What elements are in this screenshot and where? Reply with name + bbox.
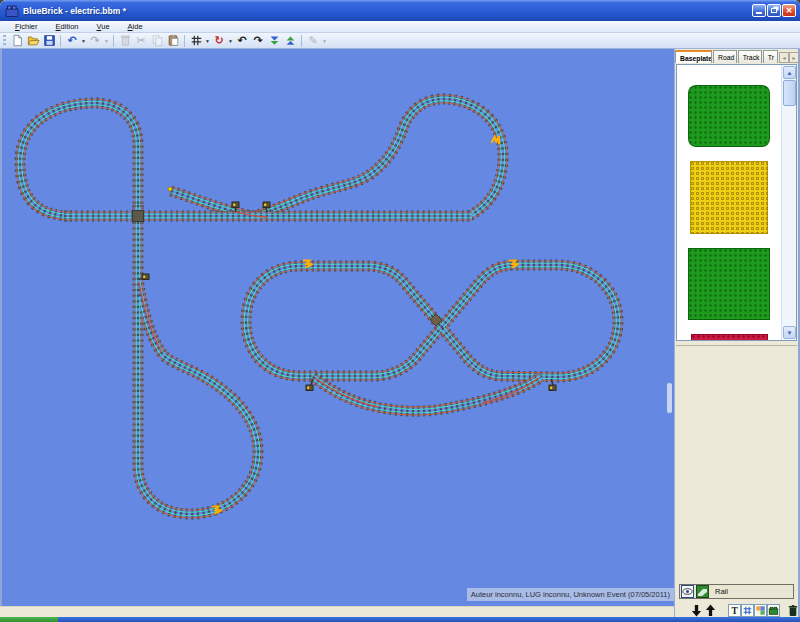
track-crossing-0[interactable] — [133, 211, 144, 222]
part-baseplate-green[interactable] — [688, 248, 770, 320]
toolbar-separator — [60, 35, 61, 47]
toolbar-separator — [301, 35, 302, 47]
paste-button[interactable] — [165, 33, 181, 48]
menu-item-edition[interactable]: Edition — [47, 21, 88, 33]
minimize-icon — [756, 12, 762, 14]
copy-icon — [151, 34, 164, 47]
ruler-tool-icon: ✎ — [308, 34, 317, 47]
redo-button: ↷ — [87, 33, 103, 48]
toolbar: ↶▼↷▼✂▼↻▼↶↷✎▼ — [0, 33, 800, 49]
save-file-button[interactable] — [41, 33, 57, 48]
move-layer-down-button[interactable] — [691, 604, 702, 617]
track-vertical-and-bottom-loop-layer-6 — [138, 205, 258, 514]
window-title: BlueBrick - electric.bbm * — [23, 6, 752, 16]
grid-snap-button[interactable] — [188, 33, 204, 48]
scroll-up-icon[interactable]: ▲ — [783, 66, 796, 79]
bluebrick-window: BlueBrick - electric.bbm * ✕ FichierEdit… — [0, 0, 800, 622]
track-vertical-and-bottom-loop[interactable] — [138, 205, 258, 514]
menu-item-fichier[interactable]: Fichier — [6, 21, 47, 33]
bring-to-front-button[interactable] — [282, 33, 298, 48]
redo-icon: ↷ — [90, 34, 99, 47]
tab-scroll-left-icon[interactable]: ◄ — [779, 52, 789, 63]
move-layer-up-button[interactable] — [705, 604, 716, 617]
open-file-icon — [27, 34, 40, 47]
track-top-left-loop-layer-6 — [20, 103, 138, 216]
tab-track[interactable]: Track — [738, 50, 762, 63]
ruler-tool-dropdown-icon: ▼ — [321, 38, 328, 44]
track-vertical-and-bottom-loop-layer-2 — [138, 205, 258, 514]
parts-panel: BaseplateRoadTrackTr◄► ▲ ▼ Rail T — [674, 49, 798, 617]
minimize-button[interactable] — [752, 4, 766, 17]
close-button[interactable]: ✕ — [782, 4, 796, 17]
track-vertical-and-bottom-loop-layer-4 — [138, 205, 258, 514]
menu-bar: FichierEditionVueAide — [0, 21, 800, 33]
bring-to-front-icon — [284, 34, 297, 47]
rotate-ccw-button[interactable]: ↶ — [234, 33, 250, 48]
track-top-right-loop[interactable] — [253, 99, 503, 216]
add-grid-layer-button[interactable] — [741, 604, 754, 617]
parts-list — [677, 65, 781, 340]
new-file-icon — [11, 34, 24, 47]
cut-button: ✂ — [133, 33, 149, 48]
scroll-down-icon[interactable]: ▼ — [783, 326, 796, 339]
add-area-layer-button[interactable] — [754, 604, 767, 617]
tab-road[interactable]: Road — [713, 50, 737, 63]
paste-icon — [167, 34, 180, 47]
rotation-snap-button[interactable]: ↻ — [211, 33, 227, 48]
track-vertical-and-bottom-loop-layer-5 — [138, 205, 258, 514]
grid-snap-icon — [190, 34, 203, 47]
menu-item-vue[interactable]: Vue — [87, 21, 118, 33]
layers-area: Rail — [676, 345, 797, 598]
svg-text:T: T — [731, 606, 738, 616]
parts-scrollbar[interactable]: ▲ ▼ — [781, 65, 796, 340]
open-file-button[interactable] — [25, 33, 41, 48]
restore-button[interactable] — [767, 4, 781, 17]
start-button-sliver[interactable] — [0, 617, 58, 622]
cut-icon: ✂ — [136, 34, 145, 47]
part-baseplate-green-rounded[interactable] — [688, 85, 770, 147]
send-to-back-icon — [268, 34, 281, 47]
undo-button[interactable]: ↶ — [64, 33, 80, 48]
layout-canvas[interactable]: Auteur inconnu, LUG inconnu, Unknown Eve… — [2, 49, 674, 606]
track-vertical-and-bottom-loop-layer-3 — [138, 205, 258, 514]
send-to-back-button[interactable] — [266, 33, 282, 48]
menu-item-aide[interactable]: Aide — [119, 21, 152, 33]
part-baseplate-red[interactable] — [691, 334, 768, 341]
ruler-tool-button: ✎ — [305, 33, 321, 48]
track-vertical-and-bottom-loop-layer-7 — [138, 205, 258, 514]
title-bar[interactable]: BlueBrick - electric.bbm * ✕ — [0, 0, 800, 21]
toolbar-grip[interactable] — [3, 35, 6, 47]
rotate-cw-icon: ↷ — [253, 34, 262, 47]
splitter-handle[interactable] — [667, 383, 672, 413]
scrollbar-thumb[interactable] — [783, 80, 796, 106]
delete-button — [117, 33, 133, 48]
track-drawing — [2, 49, 674, 606]
redo-dropdown-icon: ▼ — [103, 38, 110, 44]
brick-layer-icon — [696, 585, 709, 598]
part-baseplate-yellow[interactable] — [690, 161, 768, 234]
new-file-button[interactable] — [9, 33, 25, 48]
track-top-left-loop[interactable] — [20, 103, 138, 216]
layer-row-rail[interactable]: Rail — [679, 584, 794, 599]
layer-visibility-button[interactable] — [681, 585, 694, 598]
add-text-layer-button[interactable]: T — [728, 604, 741, 617]
app-icon — [5, 4, 19, 18]
restore-icon — [771, 8, 777, 13]
tab-baseplate[interactable]: Baseplate — [675, 50, 712, 63]
undo-dropdown-icon[interactable]: ▼ — [80, 38, 87, 44]
layer-name: Rail — [715, 587, 728, 596]
parts-tabs: BaseplateRoadTrackTr◄► — [675, 50, 799, 63]
copy-button — [149, 33, 165, 48]
track-bypass-loop[interactable] — [313, 377, 541, 411]
delete-layer-button[interactable] — [788, 604, 798, 617]
rotation-snap-icon: ↻ — [214, 34, 223, 47]
status-bar — [0, 606, 674, 617]
grid-snap-dropdown-icon[interactable]: ▼ — [204, 38, 211, 44]
buffer-dot-0 — [168, 187, 172, 191]
add-brick-layer-button[interactable] — [767, 604, 780, 617]
rotate-cw-button[interactable]: ↷ — [250, 33, 266, 48]
rotation-snap-dropdown-icon[interactable]: ▼ — [227, 38, 234, 44]
track-top-right-loop-layer-2 — [253, 99, 503, 216]
tab-tr[interactable]: Tr — [763, 50, 778, 63]
tab-scroll-right-icon[interactable]: ► — [789, 52, 799, 63]
